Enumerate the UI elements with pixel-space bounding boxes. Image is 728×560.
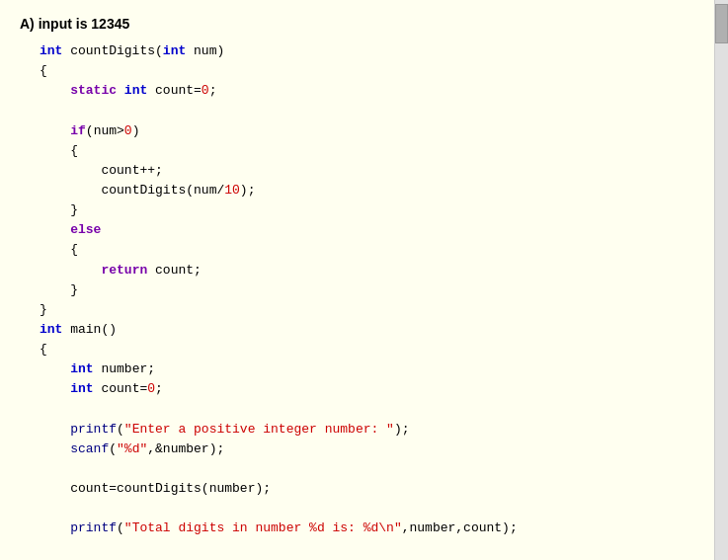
indent bbox=[40, 441, 70, 456]
plain: ,number,count); bbox=[402, 520, 518, 535]
indent bbox=[40, 222, 70, 237]
scrollbar[interactable] bbox=[714, 0, 728, 560]
scrollbar-thumb[interactable] bbox=[715, 4, 728, 43]
plain: ; bbox=[209, 83, 217, 98]
code-line-17: int number; bbox=[40, 360, 708, 379]
indent bbox=[40, 361, 70, 376]
plain: } bbox=[40, 302, 47, 317]
plain: } bbox=[70, 202, 78, 217]
indent bbox=[40, 143, 70, 158]
plain: ); bbox=[240, 183, 256, 198]
code-line-25: printf("Total digits in number %d is: %d… bbox=[40, 519, 708, 538]
plain: ); bbox=[394, 422, 410, 437]
code-line-6: { bbox=[40, 141, 708, 161]
code-line-7: count++; bbox=[40, 161, 708, 181]
plain: count=countDigits(number); bbox=[70, 481, 271, 496]
code-line-24 bbox=[40, 499, 708, 519]
section-header: A) input is 12345 bbox=[20, 16, 708, 32]
kw-int6: int bbox=[70, 381, 93, 396]
code-line-15: int main() bbox=[40, 320, 708, 340]
plain: num) bbox=[186, 43, 224, 58]
plain bbox=[117, 83, 124, 98]
kw-int4: int bbox=[40, 322, 62, 337]
str-1: "Enter a positive integer number: " bbox=[124, 422, 394, 437]
code-line-21: scanf("%d",&number); bbox=[40, 440, 708, 459]
kw-return: return bbox=[101, 263, 147, 278]
plain: count; bbox=[147, 263, 202, 278]
num-0: 0 bbox=[202, 83, 209, 98]
indent bbox=[40, 202, 70, 217]
code-block: int countDigits(int num) { static int co… bbox=[40, 41, 708, 560]
indent bbox=[40, 123, 70, 138]
code-line-8: countDigits(num/10); bbox=[40, 181, 708, 200]
indent bbox=[40, 163, 101, 178]
plain: count= bbox=[147, 83, 202, 98]
plain: count++; bbox=[101, 163, 162, 178]
indent bbox=[40, 381, 70, 396]
code-line-5: if(num>0) bbox=[40, 121, 708, 141]
code-line-1: int countDigits(int num) bbox=[40, 41, 708, 61]
fn-printf2: printf bbox=[70, 520, 117, 535]
plain: { bbox=[70, 242, 78, 257]
plain: { bbox=[40, 63, 47, 78]
code-line-16: { bbox=[40, 340, 708, 360]
plain: { bbox=[40, 342, 47, 357]
code-line-12: return count; bbox=[40, 261, 708, 280]
code-line-13: } bbox=[40, 280, 708, 300]
kw-else: else bbox=[70, 222, 101, 237]
num-0b: 0 bbox=[124, 123, 132, 138]
code-line-26 bbox=[40, 539, 708, 559]
code-line-19 bbox=[40, 400, 708, 420]
kw-int5: int bbox=[70, 361, 93, 376]
plain: ; bbox=[155, 381, 163, 396]
plain: ( bbox=[117, 520, 124, 535]
num-10: 10 bbox=[224, 183, 240, 198]
str-2: "%d" bbox=[117, 441, 147, 456]
page-container: A) input is 12345 int countDigits(int nu… bbox=[0, 0, 728, 560]
plain: { bbox=[70, 143, 78, 158]
code-line-18: int count=0; bbox=[40, 379, 708, 399]
code-line-9: } bbox=[40, 200, 708, 220]
plain: ( bbox=[109, 441, 117, 456]
plain: count= bbox=[94, 381, 148, 396]
plain: countDigits(num/ bbox=[101, 183, 224, 198]
indent bbox=[40, 83, 70, 98]
code-line-23: count=countDigits(number); bbox=[40, 479, 708, 499]
code-line-2: { bbox=[40, 61, 708, 81]
indent bbox=[40, 242, 70, 257]
code-line-22 bbox=[40, 459, 708, 479]
indent bbox=[40, 263, 101, 278]
kw-static: static bbox=[70, 83, 117, 98]
indent bbox=[40, 422, 70, 437]
plain: ( bbox=[117, 422, 124, 437]
plain: (num> bbox=[86, 123, 124, 138]
indent bbox=[40, 183, 101, 198]
plain: main() bbox=[62, 322, 117, 337]
code-line-3: static int count=0; bbox=[40, 81, 708, 101]
kw-int: int bbox=[40, 43, 62, 58]
code-line-4 bbox=[40, 101, 708, 120]
indent bbox=[40, 282, 70, 297]
str-3: "Total digits in number %d is: %d\n" bbox=[124, 520, 402, 535]
code-line-10: else bbox=[40, 220, 708, 240]
code-line-11: { bbox=[40, 240, 708, 260]
kw-int3: int bbox=[124, 83, 147, 98]
plain: ,&number); bbox=[147, 441, 224, 456]
indent bbox=[40, 520, 70, 535]
kw-if: if bbox=[70, 123, 86, 138]
fn-scanf: scanf bbox=[70, 441, 109, 456]
kw-int2: int bbox=[163, 43, 186, 58]
code-line-14: } bbox=[40, 300, 708, 320]
plain: } bbox=[70, 282, 78, 297]
plain: number; bbox=[94, 361, 155, 376]
indent bbox=[40, 481, 70, 496]
code-line-20: printf("Enter a positive integer number:… bbox=[40, 420, 708, 440]
num-0c: 0 bbox=[147, 381, 155, 396]
fn-printf: printf bbox=[70, 422, 117, 437]
plain: ) bbox=[132, 123, 140, 138]
plain: countDigits( bbox=[62, 43, 162, 58]
